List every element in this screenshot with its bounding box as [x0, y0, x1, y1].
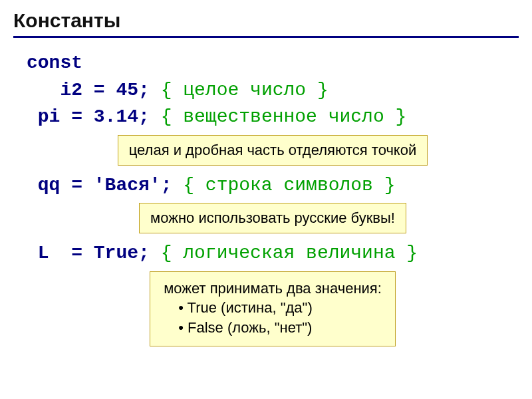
- code-line-qq: qq = 'Вася'; { строка символов }: [27, 172, 519, 200]
- decl-pi: pi = 3.14;: [27, 106, 150, 127]
- code-line-const: const: [27, 50, 519, 77]
- note-boolean-values: может принимать два значения: True (исти…: [27, 271, 519, 346]
- page-title: Константы: [13, 9, 120, 31]
- title-block: Константы: [13, 9, 519, 38]
- decl-i2: i2 = 45;: [27, 80, 150, 100]
- slide: Константы const i2 = 45; { целое число }…: [0, 0, 532, 399]
- note-boolean-box: может принимать два значения: True (исти…: [150, 271, 396, 346]
- code-block: const i2 = 45; { целое число } pi = 3.14…: [13, 50, 519, 346]
- decl-qq: qq = 'Вася';: [27, 175, 172, 196]
- code-line-l: L = True; { логическая величина }: [27, 240, 519, 267]
- note-boolean-true: True (истина, "да"): [164, 298, 382, 318]
- comment-string: { строка символов }: [183, 175, 395, 196]
- note-decimal-point: целая и дробная часть отделяются точкой: [27, 135, 519, 166]
- comment-boolean: { логическая величина }: [161, 243, 418, 263]
- code-line-i2: i2 = 45; { целое число }: [27, 77, 519, 104]
- note-decimal-point-text: целая и дробная часть отделяются точкой: [118, 135, 428, 166]
- note-russian-letters-text: можно использовать русские буквы!: [139, 203, 406, 233]
- keyword-const: const: [27, 53, 82, 73]
- note-boolean-head: может принимать два значения:: [164, 279, 382, 299]
- note-boolean-false: False (ложь, "нет"): [164, 318, 382, 338]
- comment-integer: { целое число }: [161, 80, 329, 100]
- comment-real: { вещественное число }: [161, 106, 407, 127]
- code-line-pi: pi = 3.14; { вещественное число }: [27, 104, 519, 131]
- note-russian-letters: можно использовать русские буквы!: [27, 203, 519, 233]
- decl-l: L = True;: [27, 243, 150, 263]
